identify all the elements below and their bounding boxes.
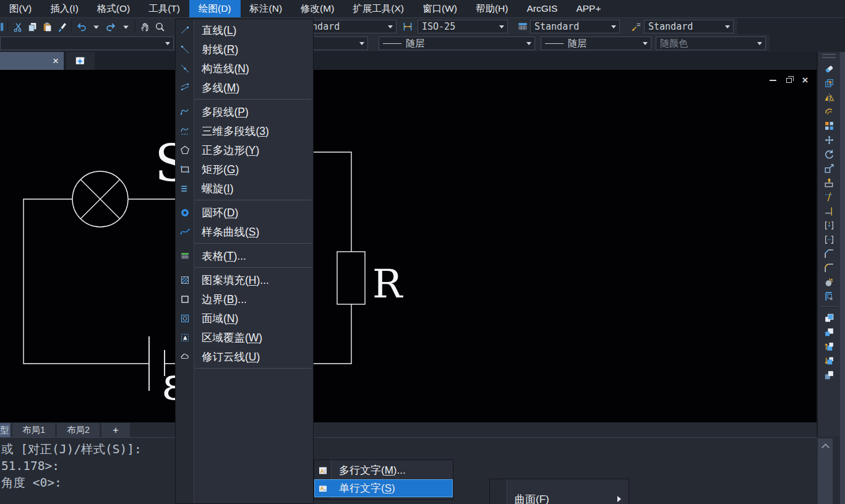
copy-object-button[interactable] — [820, 76, 838, 90]
undo-dropdown[interactable] — [88, 19, 103, 34]
menubar-item[interactable]: 绘图(D) — [189, 0, 241, 17]
menubar-item[interactable]: 工具(T) — [139, 0, 189, 17]
combo-arrow-icon[interactable] — [608, 20, 619, 33]
document-tab[interactable]: × — [0, 52, 64, 70]
break-button[interactable] — [820, 233, 838, 246]
send-to-background-button[interactable] — [820, 368, 838, 382]
drawing-window-controls: × — [768, 75, 810, 85]
redo-button[interactable] — [103, 19, 118, 34]
layout-tab[interactable]: 型 — [0, 423, 11, 437]
zoom-window-button[interactable] — [152, 19, 167, 34]
menu-item[interactable]: 表格(T)... — [176, 246, 313, 265]
scroll-up-icon[interactable] — [821, 443, 830, 451]
break-at-point-button[interactable] — [820, 218, 838, 232]
menubar-item[interactable]: 插入(I) — [41, 0, 88, 17]
paste-icon — [42, 22, 53, 32]
layout-tab[interactable]: 布局1 — [12, 423, 55, 437]
stretch-button[interactable] — [820, 176, 838, 189]
menu-item[interactable]: 修订云线(U) — [176, 347, 313, 366]
scale-icon — [824, 163, 834, 174]
lineweight-combo[interactable]: 随层 — [541, 36, 651, 50]
combo-arrow-icon[interactable] — [640, 37, 651, 49]
menu-item[interactable]: 曲面(F) — [489, 479, 629, 504]
layout-tab[interactable]: 布局2 — [57, 423, 100, 437]
menu-item[interactable]: 直线(L) — [176, 20, 313, 40]
restore-button[interactable] — [784, 75, 794, 85]
mleader-style-icon — [631, 21, 642, 32]
menu-item[interactable]: 矩形(G) — [176, 160, 313, 179]
menu-item[interactable]: 正多边形(Y) — [176, 140, 313, 160]
menu-item[interactable]: 边界(B)... — [176, 289, 313, 309]
drawing-canvas[interactable]: R S ε × — [0, 70, 817, 422]
linetype-combo[interactable]: 随层 — [379, 36, 535, 50]
menu-item[interactable]: 射线(R) — [176, 40, 313, 59]
plot-style-combo[interactable]: 随颜色 — [656, 36, 766, 50]
copy-button[interactable] — [25, 19, 40, 34]
submenu-item[interactable]: A 多行文字(M)... — [314, 461, 453, 479]
bring-above-objects-button[interactable] — [820, 340, 838, 353]
menu-item[interactable]: 多线(M) — [176, 78, 313, 97]
combo-arrow-icon[interactable] — [162, 37, 173, 49]
rotate-button[interactable] — [820, 147, 838, 161]
move-button[interactable] — [820, 133, 838, 147]
menubar-item[interactable]: 扩展工具(X) — [343, 0, 413, 17]
menu-item[interactable]: 多段线(P) — [176, 102, 313, 121]
menubar-item[interactable]: 图(V) — [0, 0, 41, 17]
combo-arrow-icon[interactable] — [523, 37, 534, 49]
menu-item[interactable]: 螺旋(I) — [176, 179, 313, 198]
mirror-button[interactable] — [820, 90, 838, 104]
menu-item[interactable]: 样条曲线(S) — [176, 222, 313, 241]
combo-arrow-icon[interactable] — [722, 20, 733, 33]
menu-item[interactable]: 构造线(N) — [176, 59, 313, 78]
menubar-item[interactable]: APP+ — [567, 0, 610, 17]
bring-to-front-button[interactable] — [820, 311, 838, 325]
undo-button[interactable] — [74, 19, 88, 34]
explode-button[interactable] — [820, 275, 838, 289]
combo-arrow-icon[interactable] — [385, 20, 396, 33]
clipped-icon[interactable] — [1, 19, 6, 34]
table-style-combo[interactable]: Standard — [530, 20, 620, 33]
minimize-button[interactable] — [768, 75, 778, 85]
array-button[interactable] — [820, 119, 838, 132]
command-scrollbar[interactable] — [818, 438, 833, 504]
menubar-item[interactable]: 标注(N) — [241, 0, 292, 17]
menubar-item[interactable]: 修改(M) — [291, 0, 343, 17]
erase-button[interactable] — [820, 62, 838, 75]
combo-arrow-icon[interactable] — [356, 37, 367, 49]
send-to-back-button[interactable] — [820, 325, 838, 339]
new-drawing-button[interactable] — [66, 52, 95, 70]
menu-item[interactable]: 圆环(D) — [176, 203, 313, 222]
paste-button[interactable] — [40, 19, 54, 34]
menubar-item[interactable]: 格式(O) — [88, 0, 139, 17]
chamfer-button[interactable] — [820, 247, 838, 260]
combo-arrow-icon[interactable] — [496, 20, 507, 33]
layer-combo[interactable] — [0, 36, 174, 50]
extend-button[interactable] — [820, 204, 838, 218]
close-button[interactable]: × — [800, 75, 810, 85]
close-document-icon[interactable]: × — [53, 56, 59, 66]
menubar-item[interactable]: ArcGIS — [517, 0, 567, 17]
layout-tab[interactable]: + — [101, 423, 129, 437]
redo-dropdown[interactable] — [118, 19, 133, 34]
menu-item[interactable]: 区域覆盖(W) — [176, 328, 313, 347]
format-painter-button[interactable] — [54, 19, 69, 34]
dim-style-combo[interactable]: ISO-25 — [418, 20, 508, 33]
trim-button[interactable] — [820, 190, 838, 203]
scale-button[interactable] — [820, 161, 838, 175]
pan-button[interactable] — [137, 19, 152, 34]
menubar-item[interactable]: 窗口(W) — [413, 0, 466, 17]
toolbar-grip[interactable] — [822, 57, 836, 58]
block-editor-button[interactable] — [820, 289, 838, 303]
send-under-objects-button[interactable] — [820, 354, 838, 367]
combo-arrow-icon[interactable] — [754, 37, 765, 49]
menu-item[interactable]: 面域(N) — [176, 309, 313, 328]
submenu-item[interactable]: A 单行文字(S) — [314, 479, 453, 497]
toolbar-grip[interactable] — [822, 54, 836, 55]
menu-item[interactable]: 三维多段线(3) — [176, 121, 313, 140]
mleader-style-combo[interactable]: Standard — [644, 20, 734, 33]
offset-button[interactable] — [820, 105, 838, 118]
cut-button[interactable] — [10, 19, 25, 34]
menubar-item[interactable]: 帮助(H) — [466, 0, 518, 17]
menu-item[interactable]: 图案填充(H)... — [176, 270, 313, 289]
fillet-button[interactable] — [820, 261, 838, 275]
